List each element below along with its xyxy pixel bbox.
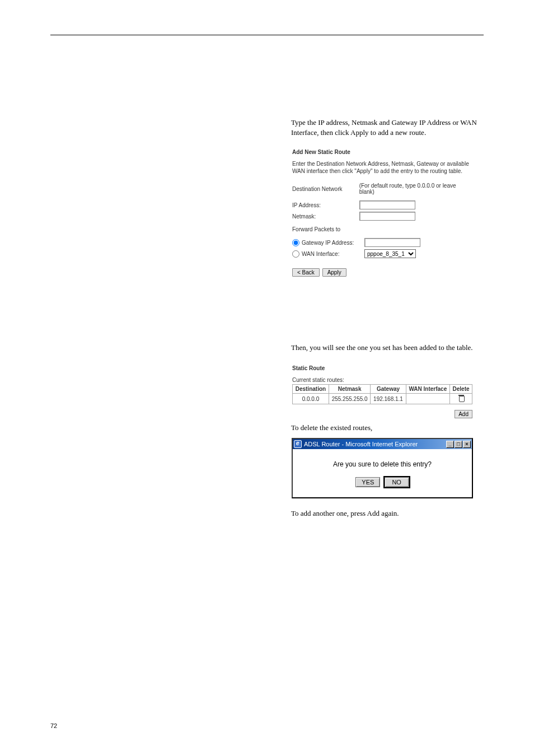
dest-network-label: Destination Network xyxy=(292,186,359,192)
maximize-icon[interactable]: □ xyxy=(455,441,462,448)
netmask-label: Netmask: xyxy=(292,213,359,220)
trash-icon[interactable] xyxy=(458,395,464,402)
apply-button[interactable]: Apply xyxy=(322,268,346,277)
wan-select[interactable]: pppoe_8_35_1 xyxy=(364,249,416,258)
cell-netmask: 255.255.255.0 xyxy=(329,394,371,404)
col-netmask: Netmask xyxy=(329,385,371,394)
forward-label: Forward Packets to xyxy=(292,226,472,232)
cell-wan xyxy=(406,394,449,404)
dest-hint: (For default route, type 0.0.0.0 or leav… xyxy=(359,183,472,195)
minimize-icon[interactable]: _ xyxy=(446,441,454,448)
col-wan: WAN Interface xyxy=(406,385,449,394)
close-icon[interactable]: × xyxy=(463,441,471,448)
dialog-title: ADSL Router - Microsoft Internet Explore… xyxy=(304,441,446,447)
routes-table: Destination Netmask Gateway WAN Interfac… xyxy=(292,384,472,404)
panel-desc: Enter the Destination Network Address, N… xyxy=(292,161,472,175)
col-delete: Delete xyxy=(450,385,472,394)
yes-button[interactable]: YES xyxy=(355,477,380,487)
col-gateway: Gateway xyxy=(371,385,406,394)
wan-radio[interactable] xyxy=(292,250,299,258)
paragraph-1: Type the IP address, Netmask and Gateway… xyxy=(291,118,481,137)
back-button[interactable]: < Back xyxy=(292,268,320,277)
cell-dest: 0.0.0.0 xyxy=(293,394,329,404)
ie-icon xyxy=(294,440,302,448)
page-number: 72 xyxy=(50,722,57,729)
col-destination: Destination xyxy=(293,385,329,394)
add-static-route-panel: Add New Static Route Enter the Destinati… xyxy=(292,149,472,277)
confirm-dialog: ADSL Router - Microsoft Internet Explore… xyxy=(292,438,473,498)
gateway-label: Gateway IP Address: xyxy=(302,240,364,246)
dialog-titlebar: ADSL Router - Microsoft Internet Explore… xyxy=(293,439,472,449)
cell-gateway: 192.168.1.1 xyxy=(371,394,406,404)
header-rule xyxy=(50,35,484,35)
paragraph-4: To add another one, press Add again. xyxy=(291,508,481,519)
static-route-panel: Static Route Current static routes: Dest… xyxy=(292,365,472,418)
gateway-radio[interactable] xyxy=(292,239,299,246)
dialog-message: Are you sure to delete this entry? xyxy=(298,460,466,468)
static-route-sub: Current static routes: xyxy=(292,377,472,383)
paragraph-2: Then, you will see the one you set has b… xyxy=(291,343,481,353)
paragraph-3-part: To delete the existed routes, xyxy=(291,423,481,433)
ip-label: IP Address: xyxy=(292,202,359,208)
gateway-input[interactable] xyxy=(364,238,420,247)
table-row: 0.0.0.0 255.255.255.0 192.168.1.1 xyxy=(293,394,472,404)
add-button[interactable]: Add xyxy=(455,410,472,418)
netmask-input[interactable] xyxy=(359,212,415,221)
panel-title: Add New Static Route xyxy=(292,149,472,155)
static-route-title: Static Route xyxy=(292,365,472,371)
no-button[interactable]: NO xyxy=(385,477,409,487)
ip-input[interactable] xyxy=(359,200,415,209)
wan-label: WAN Interface: xyxy=(302,251,364,257)
